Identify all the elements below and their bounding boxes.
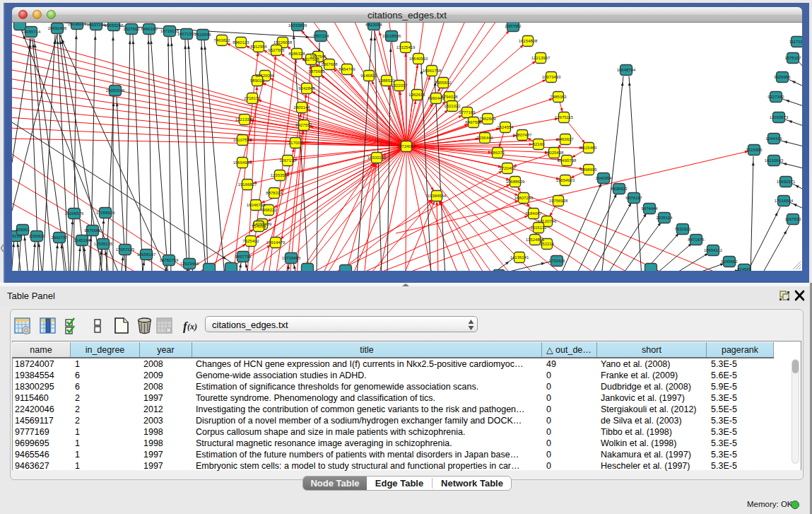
svg-text:12213967: 12213967: [531, 56, 551, 60]
svg-text:19756928: 19756928: [549, 199, 568, 203]
svg-text:20206576: 20206576: [65, 211, 84, 216]
svg-text:7357224: 7357224: [312, 34, 329, 38]
svg-text:9146821: 9146821: [360, 74, 377, 78]
svg-text:17016504: 17016504: [775, 199, 794, 203]
svg-text:19166827: 19166827: [238, 182, 257, 187]
svg-text:22420046: 22420046: [256, 74, 275, 78]
svg-text:435061: 435061: [16, 228, 30, 232]
svg-text:9474444: 9474444: [641, 206, 658, 211]
svg-text:7955812: 7955812: [435, 81, 452, 85]
svg-text:14914479: 14914479: [266, 240, 286, 245]
svg-text:6879197: 6879197: [625, 196, 642, 200]
svg-text:9527505: 9527505: [268, 48, 285, 52]
svg-text:39159: 39159: [12, 234, 22, 238]
svg-text:14055714: 14055714: [22, 30, 41, 34]
svg-text:3267130: 3267130: [279, 158, 296, 163]
svg-text:8938923: 8938923: [611, 187, 628, 191]
svg-text:12213389: 12213389: [235, 117, 254, 122]
svg-text:16648784: 16648784: [617, 68, 636, 72]
svg-text:16154808: 16154808: [519, 39, 538, 43]
svg-text:10688609: 10688609: [506, 180, 525, 184]
svg-text:6466160: 6466160: [141, 27, 158, 31]
svg-text:14136141: 14136141: [510, 255, 529, 259]
svg-text:19654923: 19654923: [556, 178, 575, 182]
svg-text:252214: 252214: [540, 242, 555, 246]
svg-text:8960123: 8960123: [233, 40, 249, 45]
svg-text:9184067: 9184067: [525, 211, 542, 216]
svg-text:1640954: 1640954: [595, 176, 612, 180]
svg-text:1156829: 1156829: [29, 234, 46, 238]
svg-text:9975686: 9975686: [84, 228, 101, 233]
svg-text:7463822: 7463822: [213, 38, 230, 42]
svg-text:1720407: 1720407: [499, 166, 516, 170]
svg-text:8427552: 8427552: [295, 123, 312, 127]
svg-text:8813054: 8813054: [365, 23, 382, 27]
svg-text:13325419: 13325419: [396, 45, 416, 49]
svg-text:1145194: 1145194: [74, 238, 91, 243]
svg-text:989014: 989014: [250, 78, 265, 83]
svg-text:2942737: 2942737: [51, 235, 68, 240]
svg-text:3875685: 3875685: [308, 69, 325, 74]
svg-text:16671355: 16671355: [177, 32, 196, 36]
svg-text:19384554: 19384554: [428, 194, 447, 198]
svg-text:16033809: 16033809: [288, 23, 307, 28]
svg-text:10107553: 10107553: [233, 138, 252, 142]
svg-text:18807249: 18807249: [514, 196, 534, 200]
svg-text:1733426: 1733426: [548, 259, 565, 263]
svg-text:1362615: 1362615: [408, 93, 425, 97]
svg-text:1621022: 1621022: [444, 104, 461, 108]
svg-text:1615132: 1615132: [530, 226, 547, 230]
svg-text:19218506: 19218506: [382, 34, 401, 38]
svg-text:2087682: 2087682: [505, 24, 522, 28]
svg-text:29053346: 29053346: [106, 88, 125, 93]
svg-text:9777169: 9777169: [459, 110, 476, 115]
svg-text:10958107: 10958107: [137, 252, 156, 257]
svg-text:12353594: 12353594: [271, 173, 290, 177]
svg-text:16046738: 16046738: [247, 203, 266, 207]
svg-text:15226058: 15226058: [273, 40, 293, 45]
svg-text:8454749: 8454749: [339, 67, 355, 71]
svg-text:4498222: 4498222: [260, 208, 277, 212]
svg-text:12505135: 12505135: [94, 242, 113, 246]
svg-text:62160: 62160: [533, 142, 545, 146]
svg-text:7515546: 7515546: [194, 33, 211, 37]
svg-text:7462609: 7462609: [479, 117, 496, 121]
svg-text:9245652: 9245652: [721, 259, 738, 264]
svg-text:8878314: 8878314: [266, 191, 283, 195]
svg-text:2036440: 2036440: [476, 136, 493, 140]
svg-text:10807487: 10807487: [513, 133, 532, 137]
svg-text:554099: 554099: [252, 224, 266, 228]
svg-text:17359924: 17359924: [96, 211, 115, 215]
svg-text:10120746: 10120746: [538, 219, 557, 223]
svg-text:(x): (x): [187, 322, 197, 332]
svg-text:6898695: 6898695: [580, 168, 597, 172]
svg-text:317006: 317006: [288, 141, 303, 145]
svg-text:15716485: 15716485: [282, 256, 301, 260]
svg-text:1575107: 1575107: [784, 56, 801, 60]
svg-text:12093873: 12093873: [770, 115, 789, 119]
svg-text:16210643: 16210643: [765, 158, 784, 163]
svg-text:1624554: 1624554: [497, 125, 514, 129]
svg-text:2718170: 2718170: [244, 96, 261, 100]
svg-text:17957225: 17957225: [116, 247, 135, 252]
svg-text:10025438: 10025438: [545, 151, 564, 155]
svg-text:16937191: 16937191: [87, 23, 106, 27]
svg-text:2803144: 2803144: [293, 105, 310, 110]
svg-text:1322037: 1322037: [391, 83, 408, 88]
svg-text:824565: 824565: [737, 267, 752, 271]
svg-text:18724007: 18724007: [397, 144, 416, 148]
svg-text:15692971: 15692971: [777, 180, 796, 184]
svg-text:186372: 186372: [490, 151, 505, 155]
svg-text:9242848: 9242848: [298, 86, 315, 90]
svg-text:9329966: 9329966: [774, 75, 791, 79]
svg-text:8186328: 8186328: [288, 52, 305, 56]
svg-text:7632621: 7632621: [674, 227, 691, 231]
svg-text:16782759: 16782759: [160, 258, 179, 262]
svg-text:1167533: 1167533: [785, 217, 802, 221]
svg-text:9463627: 9463627: [557, 137, 574, 141]
svg-text:19654933: 19654933: [233, 160, 252, 165]
svg-text:8912954: 8912954: [250, 45, 267, 49]
svg-text:10973493: 10973493: [542, 75, 561, 79]
svg-text:1527602: 1527602: [123, 27, 140, 31]
svg-text:19038216: 19038216: [68, 23, 87, 26]
